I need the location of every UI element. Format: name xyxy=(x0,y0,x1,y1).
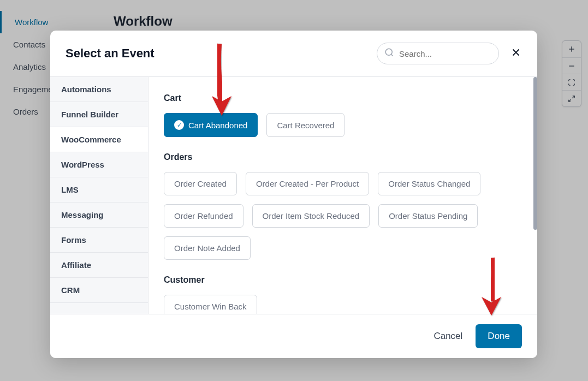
chip-label: Order Item Stock Reduced xyxy=(263,211,360,221)
chip-label: Order Created xyxy=(174,179,227,188)
category-wordpress[interactable]: WordPress xyxy=(50,152,148,177)
category-list: Automations Funnel Builder WooCommerce W… xyxy=(50,77,149,314)
category-lms[interactable]: LMS xyxy=(50,177,148,203)
event-order-status-pending[interactable]: Order Status Pending xyxy=(378,204,478,228)
chip-label: Order Status Changed xyxy=(388,179,470,188)
chip-label: Order Created - Per Product xyxy=(256,179,359,188)
close-button[interactable] xyxy=(510,46,522,61)
event-customer-win-back[interactable]: Customer Win Back xyxy=(164,295,257,314)
event-area: Cart ✓ Cart Abandoned Cart Recovered Ord… xyxy=(149,77,537,314)
category-woocommerce[interactable]: WooCommerce xyxy=(50,127,148,152)
modal-header: Select an Event xyxy=(50,31,537,77)
category-automations[interactable]: Automations xyxy=(50,77,148,102)
event-cart-recovered[interactable]: Cart Recovered xyxy=(266,113,345,137)
event-order-created-per-product[interactable]: Order Created - Per Product xyxy=(246,172,369,195)
chip-label: Cart Recovered xyxy=(277,121,334,130)
scrollbar[interactable] xyxy=(533,77,537,230)
search-icon xyxy=(384,47,394,59)
modal-body: Automations Funnel Builder WooCommerce W… xyxy=(50,77,537,314)
event-order-item-stock-reduced[interactable]: Order Item Stock Reduced xyxy=(252,204,370,228)
select-event-modal: Select an Event Automations Funnel Build… xyxy=(50,31,537,358)
category-funnel-builder[interactable]: Funnel Builder xyxy=(50,102,148,127)
chip-label: Customer Win Back xyxy=(174,302,247,311)
event-order-created[interactable]: Order Created xyxy=(164,172,237,195)
modal-title: Select an Event xyxy=(66,46,155,61)
done-button[interactable]: Done xyxy=(476,324,522,348)
search-input[interactable] xyxy=(377,43,499,64)
chip-label: Order Status Pending xyxy=(389,211,467,221)
category-messaging[interactable]: Messaging xyxy=(50,203,148,228)
category-affiliate[interactable]: Affiliate xyxy=(50,253,148,278)
check-icon: ✓ xyxy=(174,120,184,130)
event-order-status-changed[interactable]: Order Status Changed xyxy=(378,172,480,195)
svg-point-5 xyxy=(385,49,392,55)
chip-label: Order Refunded xyxy=(174,211,233,221)
section-cart-label: Cart xyxy=(164,93,522,103)
close-icon xyxy=(510,46,522,58)
section-customer-label: Customer xyxy=(164,275,522,285)
search-wrap xyxy=(377,43,499,64)
event-order-refunded[interactable]: Order Refunded xyxy=(164,204,243,228)
chip-label: Cart Abandoned xyxy=(188,121,247,130)
cancel-button[interactable]: Cancel xyxy=(433,331,462,342)
event-cart-abandoned[interactable]: ✓ Cart Abandoned xyxy=(164,113,258,137)
section-orders-label: Orders xyxy=(164,152,522,162)
chip-label: Order Note Added xyxy=(174,243,240,253)
category-crm[interactable]: CRM xyxy=(50,278,148,303)
svg-line-6 xyxy=(391,54,393,56)
category-forms[interactable]: Forms xyxy=(50,228,148,253)
event-order-note-added[interactable]: Order Note Added xyxy=(164,236,251,260)
modal-footer: Cancel Done xyxy=(50,314,537,358)
